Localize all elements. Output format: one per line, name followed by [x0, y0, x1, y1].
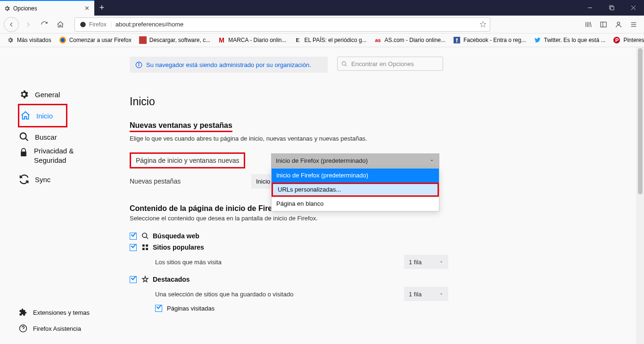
bookmark-label: Twitter. Es lo que está ... — [544, 37, 606, 43]
checkbox-label: Destacados — [141, 276, 190, 283]
sidebar-item-general[interactable]: General — [18, 85, 101, 104]
newtab-dropdown[interactable]: Inicio — [251, 174, 271, 189]
menu-button[interactable] — [627, 18, 640, 31]
checkbox-label: Sitios populares — [141, 243, 204, 251]
library-button[interactable] — [582, 18, 595, 31]
svg-line-32 — [146, 237, 148, 239]
sidebar-item-search[interactable]: Buscar — [18, 127, 101, 146]
new-tab-button[interactable]: + — [94, 0, 109, 16]
back-button[interactable] — [4, 17, 19, 32]
elpais-icon: E — [294, 36, 302, 44]
scrollbar-thumb[interactable] — [638, 48, 643, 194]
home-button[interactable] — [54, 18, 67, 31]
topsites-sublabel: Los sitios que más visita — [155, 259, 222, 266]
bookmark-as[interactable]: as AS.com - Diario online... — [372, 35, 448, 45]
gear-icon — [4, 5, 10, 12]
mozilla-icon — [139, 36, 147, 44]
dropdown-selected: Inicio de Firefox (predeterminado) — [276, 157, 368, 164]
bookmark-label: Más visitados — [17, 37, 51, 43]
chevron-down-icon — [439, 260, 444, 264]
bookmark-label: AS.com - Diario online... — [385, 37, 446, 43]
highlights-icon — [141, 276, 149, 283]
bookmark-marca[interactable]: M MARCA - Diario onlin... — [215, 35, 289, 45]
find-in-options[interactable]: Encontrar en Opciones — [337, 57, 443, 71]
search-icon — [19, 132, 29, 142]
bookmark-most-visited[interactable]: Más visitados — [4, 35, 54, 45]
browser-tab[interactable]: Opciones ✕ — [0, 0, 94, 16]
help-icon — [19, 324, 27, 333]
identity-box[interactable]: Firefox — [75, 21, 112, 28]
url-bar[interactable]: Firefox about:preferences#home — [74, 17, 490, 32]
bookmark-star-button[interactable] — [476, 21, 490, 28]
bookmark-label: Pinterest — [623, 37, 644, 43]
dropdown-option-custom-urls[interactable]: URLs personalizadas... — [272, 183, 439, 197]
sync-icon — [19, 174, 29, 185]
firefox-icon — [80, 21, 86, 28]
sidebar-item-privacy[interactable]: Privacidad & Seguridad — [18, 146, 101, 170]
reload-button[interactable] — [38, 18, 51, 31]
sidebar-item-extensions[interactable]: Extensiones y temas — [18, 304, 90, 320]
window-minimize-button[interactable] — [579, 0, 601, 16]
select-value: 1 fila — [409, 291, 421, 298]
search-icon — [341, 61, 347, 67]
bookmark-twitter[interactable]: Twitter. Es lo que está ... — [531, 35, 609, 45]
bookmark-mozilla[interactable]: Descargar, software, c... — [136, 35, 213, 45]
tab-close-button[interactable]: ✕ — [83, 5, 91, 12]
svg-point-17 — [61, 38, 65, 42]
chevron-down-icon — [439, 292, 444, 296]
sidebar-item-label: Extensiones y temas — [33, 309, 90, 316]
lock-icon — [19, 147, 28, 158]
bookmark-label: Facebook - Entra o reg... — [463, 37, 526, 43]
bookmark-elpais[interactable]: E EL PAÍS: el periódico g... — [291, 35, 370, 45]
svg-text:P: P — [615, 37, 619, 43]
checkbox-web-search[interactable] — [130, 233, 137, 240]
scrollbar[interactable] — [636, 47, 644, 344]
twitter-icon — [534, 36, 541, 44]
preferences-main: Su navegador está siendo administrado po… — [101, 47, 644, 344]
homepage-dropdown[interactable]: Inicio de Firefox (predeterminado) — [271, 153, 439, 168]
section-subtitle: Seleccione el contenido que desea en la … — [130, 215, 630, 222]
bookmark-label: Comenzar a usar Firefox — [69, 37, 132, 43]
window-maximize-button[interactable] — [601, 0, 622, 16]
sidebar-item-label: Privacidad & Seguridad — [34, 146, 101, 165]
bookmark-facebook[interactable]: f Facebook - Entra o reg... — [450, 35, 529, 45]
as-icon: as — [374, 36, 382, 44]
select-value: 1 fila — [409, 259, 421, 266]
svg-point-29 — [342, 61, 346, 65]
bookmark-pinterest[interactable]: P Pinterest — [610, 35, 644, 45]
search-placeholder: Encontrar en Opciones — [351, 60, 414, 67]
info-icon — [135, 61, 142, 68]
svg-line-30 — [345, 65, 347, 66]
checkbox-highlights[interactable] — [130, 276, 137, 283]
homepage-dropdown-list: Inicio de Firefox (predeterminado) URLs … — [271, 168, 439, 211]
topsites-rows-select[interactable]: 1 fila — [404, 255, 448, 269]
sidebar-item-support[interactable]: Firefox Asistencia — [18, 320, 90, 336]
svg-rect-33 — [142, 244, 145, 247]
sidebar-item-sync[interactable]: Sync — [18, 170, 101, 189]
search-icon — [141, 232, 149, 240]
section-subtitle: Elige lo que ves cuando abres tu página … — [130, 135, 630, 142]
bookmark-label: MARCA - Diario onlin... — [228, 37, 286, 43]
sidebar-item-label: Inicio — [36, 112, 53, 120]
checkbox-top-sites[interactable] — [130, 244, 137, 251]
puzzle-icon — [19, 308, 27, 317]
sidebar-item-label: Firefox Asistencia — [33, 325, 81, 332]
homepage-label: Página de inicio y ventanas nuevas — [130, 152, 245, 168]
dropdown-option-default[interactable]: Inicio de Firefox (predeterminado) — [272, 168, 439, 183]
account-button[interactable] — [612, 18, 625, 31]
checkbox-visited-pages[interactable] — [155, 305, 162, 312]
chevron-down-icon — [429, 158, 435, 163]
sidebar-toggle-button[interactable] — [597, 18, 610, 31]
sidebar-item-home[interactable]: Inicio — [19, 106, 53, 125]
dropdown-option-blank[interactable]: Página en blanco — [272, 197, 439, 211]
bookmark-label: Descargar, software, c... — [149, 37, 210, 43]
window-close-button[interactable] — [622, 0, 644, 16]
facebook-icon: f — [453, 36, 461, 44]
preferences-sidebar: General Inicio Buscar Privacidad & Segur… — [0, 47, 101, 344]
highlights-rows-select[interactable]: 1 fila — [404, 287, 448, 301]
forward-button[interactable] — [22, 18, 35, 31]
highlights-sublabel: Una selección de sitios que ha guardado … — [155, 291, 293, 298]
managed-link[interactable]: Su navegador está siendo administrado po… — [146, 61, 311, 68]
bookmark-firefox-start[interactable]: Comenzar a usar Firefox — [56, 35, 134, 45]
sidebar-item-label: Buscar — [35, 133, 57, 141]
